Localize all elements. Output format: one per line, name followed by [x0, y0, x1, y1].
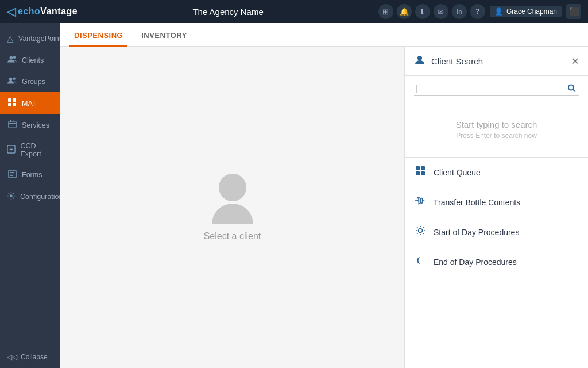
search-input-area	[405, 76, 588, 102]
svg-rect-22	[421, 166, 425, 170]
svg-rect-5	[13, 98, 16, 102]
svg-line-33	[423, 233, 423, 233]
search-hint-area: Start typing to search Press Enter to se…	[405, 102, 588, 158]
linkedin-icon[interactable]: in	[452, 4, 467, 19]
logo[interactable]: ◁ echoVantage	[7, 5, 78, 18]
clients-icon	[7, 55, 17, 65]
svg-point-18	[417, 56, 422, 60]
search-icon-button[interactable]	[567, 83, 577, 94]
sidebar-label-vantagepoint: VantagePoint	[18, 34, 61, 43]
client-search-person-icon	[414, 54, 425, 68]
sidebar-item-clients[interactable]: Clients	[0, 49, 60, 71]
sidebar-label-mat: MAT	[22, 99, 36, 108]
menu-item-start-of-day[interactable]: Start of Day Procedures	[405, 217, 588, 247]
tab-inventory[interactable]: INVENTORY	[137, 31, 192, 47]
bell-icon[interactable]: 🔔	[397, 4, 412, 19]
search-input[interactable]	[414, 82, 579, 96]
svg-point-3	[13, 78, 15, 80]
header-right: ⊞ 🔔 ⬇ ✉ in ? 👤 Grace Chapman ⬛	[378, 4, 581, 19]
content-area: DISPENSING INVENTORY Select a client	[60, 23, 588, 368]
tabs-bar: DISPENSING INVENTORY	[60, 23, 588, 47]
sidebar-item-services[interactable]: Services	[0, 114, 60, 136]
svg-point-0	[10, 56, 13, 60]
svg-rect-4	[8, 98, 11, 102]
download-icon[interactable]: ⬇	[415, 4, 430, 19]
header-title: The Agency Name	[192, 7, 263, 17]
end-of-day-icon	[414, 255, 427, 269]
collapse-label: Collapse	[21, 353, 48, 361]
client-search-title: Client Search	[431, 56, 483, 66]
header-icons: ⊞ 🔔 ⬇ ✉ in ?	[378, 4, 485, 19]
svg-line-35	[423, 227, 423, 228]
close-button[interactable]: ✕	[571, 57, 579, 66]
search-hint-sub: Press Enter to search now	[414, 132, 579, 140]
sidebar-item-forms[interactable]: Forms	[0, 164, 60, 186]
menu-item-end-of-day[interactable]: End of Day Procedures	[405, 247, 588, 277]
sidebar-item-vantagepoint[interactable]: △ VantagePoint	[0, 28, 60, 49]
top-header: ◁ echoVantage The Agency Name ⊞ 🔔 ⬇ ✉ in…	[0, 0, 588, 23]
svg-line-20	[573, 89, 575, 91]
svg-rect-24	[421, 171, 425, 175]
svg-line-32	[417, 227, 417, 228]
signout-button[interactable]: ⬛	[566, 4, 581, 19]
svg-rect-21	[416, 166, 420, 170]
sidebar-label-forms: Forms	[22, 171, 42, 179]
collapse-button[interactable]: ◁◁ Collapse	[7, 353, 53, 361]
sidebar-item-ccd-export[interactable]: CCD Export	[0, 136, 60, 164]
services-icon	[7, 120, 17, 131]
start-of-day-icon	[414, 225, 427, 239]
sidebar: △ VantagePoint Clients Groups MAT	[0, 23, 60, 368]
svg-point-27	[419, 229, 423, 233]
svg-rect-6	[8, 103, 11, 106]
select-client-area: Select a client	[60, 47, 404, 368]
svg-point-17	[10, 194, 13, 197]
forms-icon	[7, 170, 17, 180]
menu-label-transfer-bottle: Transfer Bottle Contents	[434, 198, 520, 207]
grid-icon[interactable]: ⊞	[378, 4, 393, 19]
avatar-placeholder	[212, 174, 253, 224]
user-icon: 👤	[494, 7, 503, 16]
menu-item-client-queue[interactable]: Client Queue	[405, 158, 588, 187]
vantagepoint-icon: △	[7, 33, 14, 44]
svg-rect-7	[13, 103, 16, 106]
groups-icon	[7, 76, 17, 86]
user-badge[interactable]: 👤 Grace Chapman	[490, 6, 562, 17]
svg-rect-8	[8, 121, 16, 128]
mail-icon[interactable]: ✉	[434, 4, 448, 19]
right-panel: Client Search ✕ Start typing to search P…	[404, 47, 588, 368]
main-layout: △ VantagePoint Clients Groups MAT	[0, 23, 588, 368]
client-search-title-row: Client Search	[414, 54, 483, 68]
sidebar-item-mat[interactable]: MAT	[0, 92, 60, 114]
svg-point-2	[9, 78, 13, 81]
sidebar-item-configuration[interactable]: Configuration	[0, 186, 60, 208]
help-icon[interactable]: ?	[470, 4, 485, 19]
avatar-head	[219, 174, 246, 201]
sidebar-label-configuration: Configuration	[20, 193, 63, 201]
menu-label-client-queue: Client Queue	[434, 168, 481, 177]
logo-icon: ◁	[7, 5, 16, 18]
svg-point-19	[568, 85, 574, 90]
svg-rect-23	[416, 171, 420, 175]
menu-label-start-of-day: Start of Day Procedures	[434, 228, 519, 237]
mat-icon	[7, 98, 17, 109]
sidebar-label-services: Services	[22, 121, 49, 129]
tab-dispensing[interactable]: DISPENSING	[69, 31, 127, 47]
svg-point-1	[13, 56, 16, 59]
sidebar-label-clients: Clients	[22, 56, 44, 64]
ccd-export-icon	[7, 145, 16, 155]
client-search-header: Client Search ✕	[405, 47, 588, 76]
svg-line-34	[417, 233, 417, 233]
main-content: Select a client Client Search ✕	[60, 47, 588, 368]
select-client-text: Select a client	[204, 231, 261, 241]
menu-label-end-of-day: End of Day Procedures	[434, 258, 517, 267]
logo-text: echoVantage	[18, 6, 78, 17]
client-queue-icon	[414, 166, 427, 179]
avatar-body	[212, 204, 253, 224]
sidebar-label-groups: Groups	[22, 78, 45, 86]
sidebar-bottom: ◁◁ Collapse	[0, 346, 60, 368]
sidebar-nav: △ VantagePoint Clients Groups MAT	[0, 23, 60, 346]
menu-item-transfer-bottle[interactable]: Transfer Bottle Contents	[405, 187, 588, 217]
collapse-icon: ◁◁	[7, 353, 17, 361]
transfer-bottle-icon	[414, 195, 427, 209]
sidebar-item-groups[interactable]: Groups	[0, 71, 60, 92]
